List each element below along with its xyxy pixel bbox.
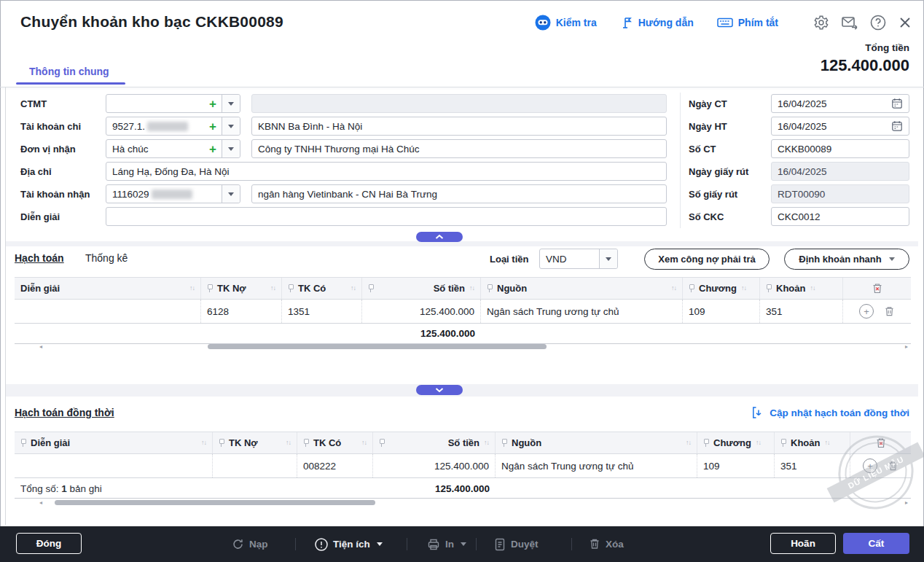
col-chuong[interactable]: Chương	[697, 432, 775, 453]
col-chuong[interactable]: Chương	[683, 278, 760, 299]
sort-icon[interactable]	[824, 440, 829, 446]
so-ckc-field[interactable]: CKC0012	[771, 207, 909, 226]
guide-button[interactable]: Hướng dẫn	[620, 16, 694, 29]
pin-icon[interactable]	[20, 439, 26, 447]
settings-button[interactable]	[813, 15, 829, 31]
scroll-left-icon[interactable]: ◂	[39, 343, 42, 350]
pin-icon[interactable]	[219, 439, 224, 447]
currency-select[interactable]: VND	[539, 249, 618, 269]
tai-khoan-chi-desc-field[interactable]: KBNN Ba Đình - Hà Nội	[251, 117, 667, 136]
cell-dien-giai[interactable]	[15, 300, 201, 323]
simultaneous-table-row[interactable]: 008222 125.400.000 Ngân sách Trung ương …	[15, 454, 911, 478]
col-tk-no[interactable]: TK Nợ	[201, 278, 282, 299]
sort-icon[interactable]	[484, 440, 489, 446]
cell-khoan[interactable]: 351	[775, 454, 850, 477]
tab-thong-tin-chung[interactable]: Thông tin chung	[29, 66, 109, 77]
feedback-button[interactable]	[841, 15, 858, 31]
sort-icon[interactable]	[741, 285, 746, 292]
col-so-tien[interactable]: Số tiền	[362, 278, 481, 299]
sort-icon[interactable]	[810, 285, 815, 292]
tai-khoan-nhan-combo[interactable]: 1116029	[106, 184, 240, 203]
dien-giai-field[interactable]	[106, 207, 667, 226]
don-vi-nhan-combo[interactable]: Hà chúc+	[106, 139, 240, 158]
plus-icon[interactable]: +	[209, 120, 219, 133]
cell-nguon[interactable]: Ngân sách Trung ương tự chủ	[496, 454, 697, 477]
pin-icon[interactable]	[703, 439, 709, 447]
reload-button[interactable]: Nạp	[232, 526, 268, 562]
delete-row-icon[interactable]	[884, 306, 895, 317]
plus-icon[interactable]: +	[209, 98, 219, 110]
expand-section-button[interactable]	[416, 385, 463, 395]
cell-tk-no[interactable]: 6128	[201, 300, 282, 323]
scrollbar-thumb[interactable]	[55, 500, 375, 505]
col-dien-giai[interactable]: Diễn giải	[15, 432, 213, 453]
tai-khoan-chi-combo[interactable]: 9527.1.+	[106, 117, 240, 136]
pin-icon[interactable]	[288, 284, 294, 292]
h-scrollbar[interactable]: ◂ ▸	[15, 500, 911, 506]
don-vi-nhan-desc-field[interactable]: Công ty TNHH Thương mại Hà Chúc	[251, 139, 667, 158]
sort-icon[interactable]	[469, 285, 474, 292]
quick-entry-button[interactable]: Định khoản nhanh	[784, 249, 909, 270]
sort-icon[interactable]	[756, 440, 761, 446]
sort-icon[interactable]	[671, 285, 676, 292]
col-dien-giai[interactable]: Diễn giải	[15, 278, 201, 299]
chevron-down-icon[interactable]	[222, 117, 240, 135]
view-payables-button[interactable]: Xem công nợ phải trả	[644, 249, 770, 270]
close-form-button[interactable]: Đóng	[16, 533, 82, 554]
add-row-icon[interactable]: +	[863, 458, 877, 473]
col-so-tien[interactable]: Số tiền	[373, 432, 496, 453]
collapse-form-button[interactable]	[416, 232, 463, 242]
sort-icon[interactable]	[201, 440, 206, 446]
pin-icon[interactable]	[501, 439, 507, 447]
sort-icon[interactable]	[286, 440, 291, 446]
scroll-left-icon[interactable]: ◂	[39, 499, 42, 506]
cell-khoan[interactable]: 351	[760, 300, 843, 323]
pin-icon[interactable]	[379, 439, 385, 447]
check-button[interactable]: Kiểm tra	[535, 15, 597, 31]
col-nguon[interactable]: Nguồn	[496, 432, 697, 453]
cell-so-tien[interactable]: 125.400.000	[373, 454, 496, 477]
scroll-right-icon[interactable]: ▸	[905, 343, 908, 350]
col-delete[interactable]	[850, 432, 911, 453]
main-table-row[interactable]: 6128 1351 125.400.000 Ngân sách Trung ươ…	[15, 300, 911, 324]
sort-icon[interactable]	[270, 285, 275, 292]
update-simultaneous-link[interactable]: Cập nhật hạch toán đồng thời	[751, 406, 909, 419]
simultaneous-title[interactable]: Hạch toán đồng thời	[15, 407, 114, 418]
cell-so-tien[interactable]: 125.400.000	[362, 300, 481, 323]
sort-icon[interactable]	[361, 440, 367, 446]
sort-icon[interactable]	[686, 440, 691, 446]
pin-icon[interactable]	[303, 439, 309, 447]
cell-chuong[interactable]: 109	[697, 454, 775, 477]
ngay-ht-field[interactable]: 16/04/2025	[771, 117, 909, 136]
approve-button[interactable]: Duyệt	[494, 526, 539, 562]
shortcut-button[interactable]: Phím tắt	[717, 16, 778, 29]
tab-thong-ke[interactable]: Thống kê	[85, 252, 128, 264]
ctmt-combo[interactable]: +	[106, 94, 240, 113]
pin-icon[interactable]	[689, 284, 694, 292]
utilities-button[interactable]: Tiện ích	[315, 526, 383, 562]
chevron-down-icon[interactable]	[222, 185, 240, 203]
add-row-icon[interactable]: +	[859, 304, 874, 319]
cell-tk-co[interactable]: 1351	[282, 300, 362, 323]
pin-icon[interactable]	[207, 284, 213, 292]
scroll-right-icon[interactable]: ▸	[905, 499, 908, 506]
sort-icon[interactable]	[351, 285, 356, 292]
col-tk-co[interactable]: TK Có	[297, 432, 373, 453]
calendar-icon[interactable]	[891, 98, 903, 109]
chevron-down-icon[interactable]	[222, 140, 240, 157]
help-button[interactable]	[870, 15, 886, 31]
h-scrollbar[interactable]: ◂ ▸	[15, 344, 911, 350]
chevron-down-icon[interactable]	[222, 95, 240, 112]
cell-nguon[interactable]: Ngân sách Trung ương tự chủ	[481, 300, 683, 323]
delete-row-icon[interactable]	[888, 461, 898, 472]
print-button[interactable]: In	[427, 526, 466, 562]
ngay-ct-field[interactable]: 16/04/2025	[771, 94, 909, 113]
close-button[interactable]	[898, 15, 912, 30]
col-nguon[interactable]: Nguồn	[481, 278, 683, 299]
calendar-icon[interactable]	[891, 120, 903, 132]
pin-icon[interactable]	[780, 439, 786, 447]
dia-chi-field[interactable]: Láng Hạ, Đống Đa, Hà Nội	[106, 162, 667, 181]
save-button[interactable]: Cất	[843, 533, 909, 554]
pin-icon[interactable]	[368, 284, 374, 292]
sort-icon[interactable]	[189, 285, 195, 292]
